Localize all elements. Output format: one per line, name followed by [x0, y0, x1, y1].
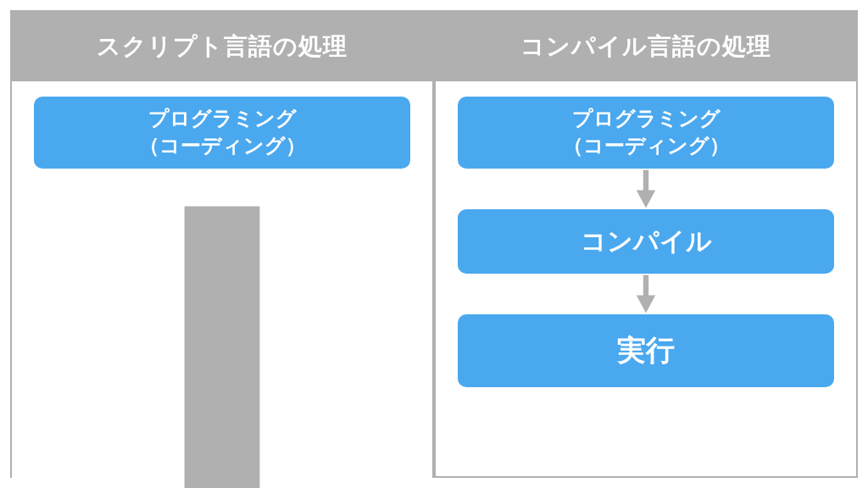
arrow-down-icon — [34, 169, 410, 488]
column-header-compiled: コンパイル言語の処理 — [436, 12, 856, 81]
step-programming-script: プログラミング （コーディング） — [34, 97, 410, 169]
programming-label-line1: プログラミング — [148, 105, 297, 132]
arrow-down-icon — [458, 274, 834, 314]
programming-label-line1: プログラミング — [572, 105, 721, 132]
step-programming-compiled: プログラミング （コーディング） — [458, 97, 834, 169]
column-script-language: スクリプト言語の処理 プログラミング （コーディング） 実行 — [10, 10, 434, 478]
arrow-down-icon — [458, 169, 834, 209]
step-execute-compiled: 実行 — [458, 314, 834, 387]
svg-marker-5 — [637, 296, 655, 313]
programming-label-line2: （コーディング） — [563, 132, 730, 159]
svg-marker-3 — [637, 190, 655, 208]
column-header-script: スクリプト言語の処理 — [12, 12, 432, 81]
execute-label: 実行 — [617, 331, 675, 370]
programming-label-line2: （コーディング） — [139, 132, 306, 159]
column-compiled-language: コンパイル言語の処理 プログラミング （コーディング） コンパイル 実行 — [434, 10, 858, 478]
column-body-script: プログラミング （コーディング） 実行 — [12, 81, 432, 488]
compile-label: コンパイル — [581, 225, 712, 259]
step-compile: コンパイル — [458, 209, 834, 274]
column-body-compiled: プログラミング （コーディング） コンパイル 実行 — [436, 81, 856, 476]
